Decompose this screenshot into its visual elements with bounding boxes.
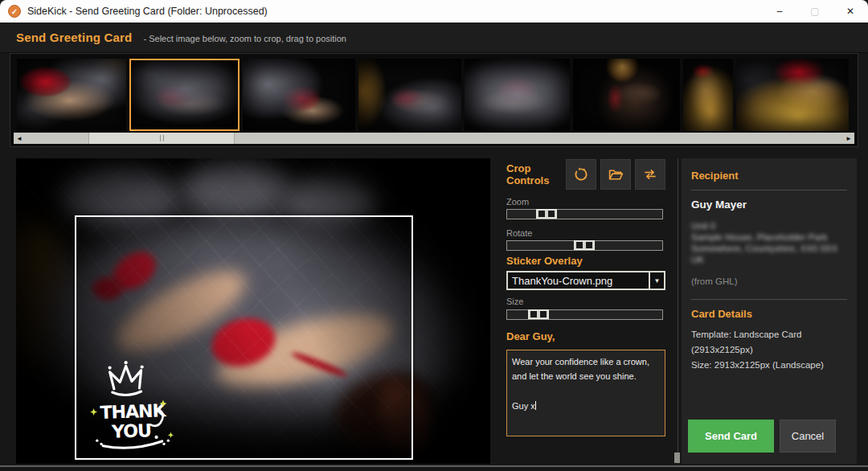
rotate-reset-icon <box>573 166 589 182</box>
filmstrip-thumbnails <box>17 59 854 131</box>
minimize-button[interactable]: – <box>762 0 797 23</box>
card-template: Template: Landscape Card (2913x2125px) <box>691 327 847 358</box>
open-folder-button[interactable] <box>600 159 631 190</box>
thumbnail[interactable] <box>736 59 849 131</box>
greeting-message-input[interactable]: Wear your confidence like a crown, and l… <box>506 350 665 436</box>
recipient-panel: Recipient Guy Mayer Unit 0Sample House, … <box>682 158 857 464</box>
address-line: UK <box>691 254 847 265</box>
recipient-title: Recipient <box>691 170 847 182</box>
reset-rotation-button[interactable] <box>566 159 596 190</box>
address-line: Somewhere, Countyshire, XX0 0XX <box>691 243 847 254</box>
page-header: Send Greeting Card - Select image below,… <box>0 23 868 53</box>
thankyou-crown-sticker[interactable]: THANK YOU <box>84 359 179 454</box>
chevron-down-icon[interactable]: ▼ <box>649 272 664 289</box>
thumbnail[interactable] <box>358 59 461 131</box>
size-label: Size <box>506 297 523 306</box>
thumbnail[interactable] <box>683 59 733 131</box>
page-subtitle: - Select image below, zoom to crop, drag… <box>143 32 346 43</box>
crown-icon <box>110 366 141 388</box>
scrollbar-track[interactable] <box>25 133 843 144</box>
sticker-text-thank: THANK <box>100 399 167 423</box>
size-slider[interactable] <box>506 309 663 320</box>
recipient-source: (from GHL) <box>691 276 847 286</box>
divider <box>691 190 847 190</box>
app-window: ✓ SideKick - Send Greeting Card (Folder:… <box>0 0 868 471</box>
crop-controls-title: Crop Controls <box>506 162 562 186</box>
vertical-scrollbar-thumb[interactable] <box>674 453 680 463</box>
sticker-text-you: YOU <box>111 420 152 442</box>
sticker-select[interactable]: ThankYou-Crown.png ▼ <box>506 271 665 290</box>
zoom-slider-thumb[interactable] <box>536 209 557 219</box>
address-line: Sample House, Placeholder Park <box>691 231 847 243</box>
folder-open-icon <box>608 166 624 183</box>
zoom-slider[interactable] <box>506 209 663 219</box>
thumbnail[interactable] <box>465 59 570 131</box>
rotate-label: Rotate <box>506 228 532 238</box>
sticker-selected-value: ThankYou-Crown.png <box>508 275 649 287</box>
window-title: SideKick - Send Greeting Card (Folder: U… <box>27 6 268 17</box>
recipient-address: Unit 0Sample House, Placeholder ParkSome… <box>691 220 847 265</box>
send-card-button[interactable]: Send Card <box>688 420 774 453</box>
page-title: Send Greeting Card <box>16 31 132 44</box>
title-bar: ✓ SideKick - Send Greeting Card (Folder:… <box>0 0 868 23</box>
thumbnail[interactable] <box>243 59 355 131</box>
card-details-title: Card Details <box>691 308 847 320</box>
thumbnail[interactable] <box>573 59 680 131</box>
rotate-slider-thumb[interactable] <box>574 240 595 250</box>
zoom-label: Zoom <box>506 197 529 207</box>
card-size: Size: 2913x2125px (Landscape) <box>691 358 847 373</box>
size-slider-thumb[interactable] <box>528 309 549 319</box>
greeting-message-text: Wear your confidence like a crown, and l… <box>512 357 649 411</box>
rotate-slider[interactable] <box>506 240 663 251</box>
text-caret <box>535 401 537 410</box>
cancel-button[interactable]: Cancel <box>780 420 836 453</box>
crop-controls-panel: Crop Controls <box>506 158 665 464</box>
scrollbar-thumb[interactable] <box>88 133 235 144</box>
swap-arrows-icon <box>642 166 658 182</box>
greeting-label: Dear Guy, <box>506 330 555 342</box>
divider <box>691 299 847 300</box>
sticker-overlay-title: Sticker Overlay <box>506 255 583 267</box>
recipient-name: Guy Mayer <box>691 199 847 211</box>
panel-divider <box>678 158 678 464</box>
swap-image-button[interactable] <box>635 159 665 190</box>
thumbnail-selected[interactable] <box>129 59 240 131</box>
filmstrip-scrollbar[interactable]: ◄ ► <box>14 133 854 144</box>
preview-image[interactable]: THANK YOU <box>16 158 490 464</box>
close-button[interactable]: ✕ <box>833 0 868 23</box>
scroll-right-arrow-icon[interactable]: ► <box>843 133 854 144</box>
window-bottom-border <box>0 465 868 467</box>
address-line: Unit 0 <box>691 220 847 231</box>
scroll-left-arrow-icon[interactable]: ◄ <box>14 133 25 144</box>
maximize-button[interactable]: ▢ <box>797 0 833 23</box>
app-logo-check-icon: ✓ <box>8 5 21 18</box>
thumbnail[interactable] <box>17 59 126 131</box>
filmstrip-panel: ◄ ► <box>10 53 858 147</box>
